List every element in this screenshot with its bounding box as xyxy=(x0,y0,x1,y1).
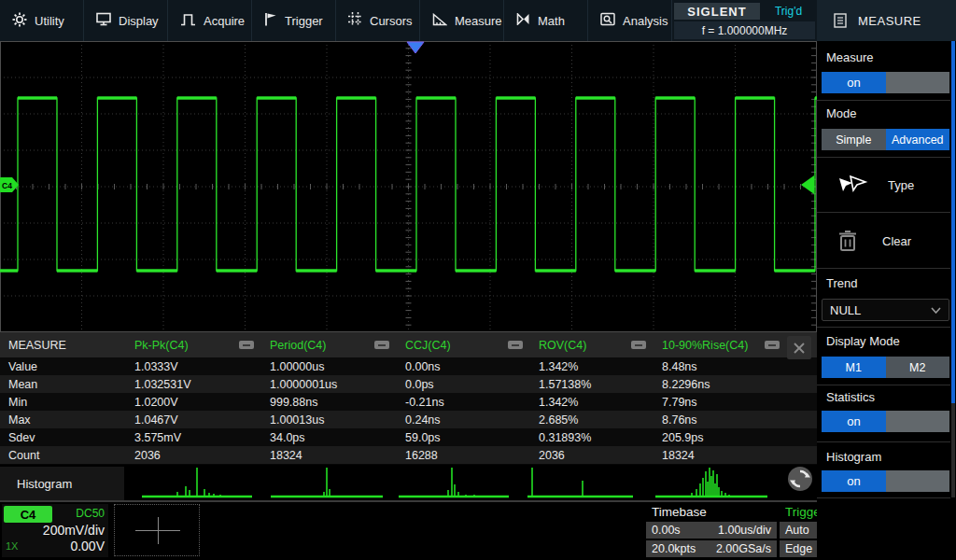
remove-measurement-button[interactable] xyxy=(239,341,254,349)
stat-value: 18324 xyxy=(261,446,397,464)
stat-value: 1.0000001us xyxy=(261,375,397,393)
stat-value: 1.00013us xyxy=(261,411,397,428)
cursors-icon xyxy=(348,12,362,29)
measure-on[interactable]: on xyxy=(822,72,886,93)
analysis-icon xyxy=(600,12,615,29)
measure-off[interactable] xyxy=(886,72,949,93)
menu-item-measure[interactable]: Measure xyxy=(420,0,504,41)
remove-measurement-button[interactable] xyxy=(765,341,780,349)
histogram-toggle[interactable]: on xyxy=(822,470,949,492)
minus-icon xyxy=(768,344,776,346)
divider xyxy=(817,100,950,101)
menu-item-label: Display xyxy=(119,14,159,28)
mode-simple-button[interactable]: Simple xyxy=(822,129,886,150)
remove-measurement-button[interactable] xyxy=(508,341,523,349)
stat-value: 1.342% xyxy=(530,393,654,411)
close-table-button[interactable] xyxy=(787,336,811,359)
trend-value: NULL xyxy=(830,303,861,317)
menu-item-utility[interactable]: Utility xyxy=(0,0,84,41)
stat-value: 0.0ps xyxy=(397,375,530,393)
stat-row-label: Mean xyxy=(0,375,126,393)
measure-toggle[interactable]: on xyxy=(822,72,949,93)
minus-icon xyxy=(243,344,250,346)
channel4-scale: 200mV/div xyxy=(43,523,105,538)
trigger-position-marker[interactable] xyxy=(407,42,424,53)
measurement-column-header: Period(C4) xyxy=(261,332,373,357)
menu-item-label: Cursors xyxy=(370,14,413,28)
measure-sidebar: Measure on Mode Simple Advanced Type xyxy=(817,41,956,560)
display-mode-m2-button[interactable]: M2 xyxy=(886,357,950,378)
menu-item-display[interactable]: Display xyxy=(84,0,168,41)
gear-icon xyxy=(12,12,27,30)
siglent-logo: SIGLENT xyxy=(674,3,760,20)
menu-item-label: Trigger xyxy=(285,14,323,28)
stat-value: -0.21ns xyxy=(397,393,530,411)
menu-item-acquire[interactable]: Acquire xyxy=(168,0,252,41)
timebase-scale: 1.00us/div xyxy=(718,524,771,537)
trash-icon xyxy=(837,230,858,252)
mode-switch: Simple Advanced xyxy=(822,129,949,150)
stat-value: 0.24ns xyxy=(397,411,530,428)
trigger-level-marker[interactable] xyxy=(801,175,814,194)
trend-select[interactable]: NULL xyxy=(822,299,949,321)
minus-icon xyxy=(635,344,642,346)
logo-block: SIGLENT Trig'd f = 1.000000MHz xyxy=(672,0,817,41)
stat-value: 1.0333V xyxy=(126,357,261,375)
stat-value: 999.88ns xyxy=(261,393,397,411)
menu-item-math[interactable]: Math xyxy=(504,0,588,41)
channel4-offset: 0.00V xyxy=(70,539,105,553)
measurement-column-header: ROV(C4) xyxy=(530,332,629,357)
channel4-badge[interactable]: C4 xyxy=(4,506,52,523)
menu-item-cursors[interactable]: Cursors xyxy=(336,0,420,41)
menu-item-label: Utility xyxy=(35,14,64,28)
frequency-counter: f = 1.000000MHz xyxy=(674,21,815,39)
type-cursor-icon xyxy=(837,175,869,195)
stat-value: 2036 xyxy=(530,446,654,464)
display-mode-m1-button[interactable]: M1 xyxy=(822,357,886,378)
statistics-off[interactable] xyxy=(886,411,949,432)
statistics-toggle[interactable]: on xyxy=(822,411,949,432)
timebase-descriptor[interactable]: Timebase 0.00s 1.00us/div 20.0kpts 2.00G… xyxy=(646,504,777,557)
stat-value: 1.0200V xyxy=(126,393,261,411)
stat-value: 2036 xyxy=(126,446,261,464)
histogram-on[interactable]: on xyxy=(822,470,886,492)
display-mode-switch: M1 M2 xyxy=(822,357,949,378)
type-button[interactable]: Type xyxy=(817,158,950,212)
add-channel-slot[interactable] xyxy=(114,504,200,556)
stat-value: 8.2296ns xyxy=(654,375,787,393)
remove-measurement-button[interactable] xyxy=(374,341,389,349)
stat-value: 0.31893% xyxy=(530,428,654,446)
acquire-icon xyxy=(180,13,196,29)
histogram-refresh-icon[interactable] xyxy=(786,465,814,493)
waveform-display[interactable]: C4 xyxy=(0,41,817,332)
histogram-off[interactable] xyxy=(886,470,949,492)
channel4-coupling: DC50 xyxy=(76,507,105,520)
menu-item-trigger[interactable]: Trigger xyxy=(252,0,336,41)
divider xyxy=(817,268,950,269)
statistics-on[interactable]: on xyxy=(822,411,886,432)
stat-row-label: Count xyxy=(0,446,126,464)
table-row: Min1.0200V999.88ns-0.21ns1.342%7.79ns xyxy=(0,393,817,411)
divider xyxy=(817,212,950,213)
stat-row-label: Sdev xyxy=(0,428,126,446)
type-label: Type xyxy=(888,178,914,192)
stat-value: 1.342% xyxy=(530,357,654,375)
stat-row-label: Min xyxy=(0,393,126,411)
timebase-title: Timebase xyxy=(652,505,707,519)
menu-item-analysis[interactable]: Analysis xyxy=(588,0,672,41)
stat-value: 205.9ps xyxy=(654,428,787,446)
waveform-svg: C4 xyxy=(0,41,817,332)
table-corner-label: MEASURE xyxy=(0,332,126,357)
trigger-status-badge: Trig'd xyxy=(762,3,815,20)
remove-measurement-button[interactable] xyxy=(631,341,646,349)
mode-label: Mode xyxy=(826,106,857,120)
clear-button[interactable]: Clear xyxy=(817,214,950,268)
channel4-descriptor[interactable]: C4 DC50 200mV/div 1X 0.00V xyxy=(2,504,108,557)
panel-title: MEASURE xyxy=(858,14,921,28)
mode-advanced-button[interactable]: Advanced xyxy=(886,129,950,150)
stat-value: 7.79ns xyxy=(654,393,787,411)
scrollbar-thumb[interactable] xyxy=(951,41,955,403)
clear-label: Clear xyxy=(882,234,911,248)
measure-toggle-label: Measure xyxy=(826,50,874,64)
channel4-offset-marker-label: C4 xyxy=(2,181,12,190)
